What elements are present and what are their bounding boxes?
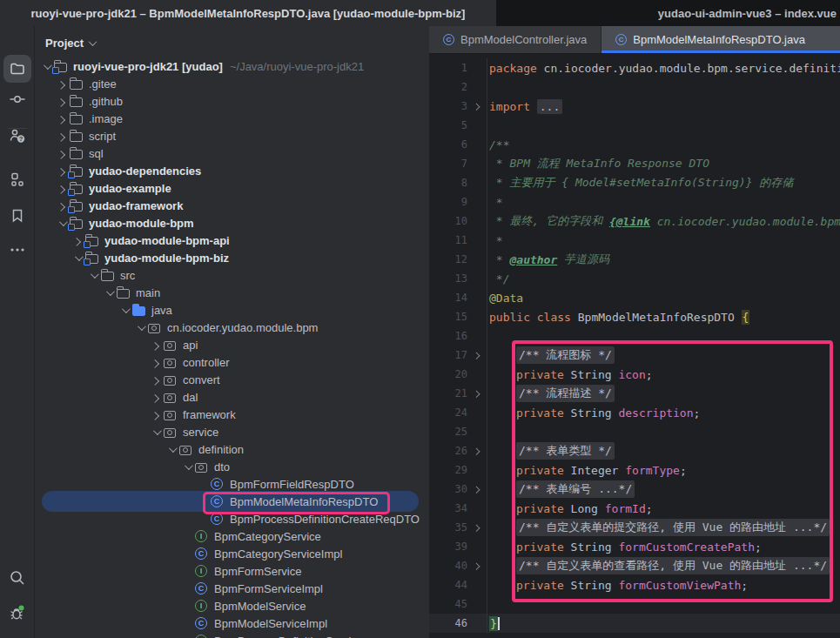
tree-item-service[interactable]: service: [35, 423, 429, 440]
tree-chevron-right-icon[interactable]: [54, 128, 70, 144]
token: *: [489, 234, 503, 247]
tree-item-label: java: [150, 304, 172, 317]
tree-item-java[interactable]: java: [35, 301, 429, 319]
module-folder-icon: [85, 232, 103, 248]
fold-marker[interactable]: [467, 487, 487, 492]
tree-chevron-right-icon[interactable]: [148, 389, 164, 405]
fold-marker[interactable]: [467, 391, 487, 396]
more-tool-windows-icon[interactable]: [7, 239, 28, 260]
tree-item-dal[interactable]: dal: [35, 388, 429, 406]
tree-item-BpmCategoryService[interactable]: IBpmCategoryService: [35, 527, 429, 545]
token: @author: [509, 253, 557, 266]
tree-item-yudao-module-bpm-biz[interactable]: yudao-module-bpm-biz: [35, 249, 429, 266]
tree-item-dto[interactable]: dto: [35, 458, 429, 475]
commit-tool-icon[interactable]: [7, 89, 28, 110]
tab-bpm-model-controller[interactable]: C BpmModelController.java: [429, 26, 601, 53]
tree-item-.image[interactable]: .image: [35, 110, 429, 127]
tree-chevron-right-icon[interactable]: [148, 372, 164, 387]
tree-item-label: .image: [87, 112, 123, 125]
tree-item-BpmFormFieldRespDTO[interactable]: CBpmFormFieldRespDTO: [35, 475, 429, 493]
code-line-2[interactable]: 2: [429, 77, 840, 97]
code-line-12[interactable]: 12 * @author 芋道源码: [429, 250, 840, 269]
tree-item-cn.iocoder.yudao.module.bpm[interactable]: cn.iocoder.yudao.module.bpm: [35, 319, 429, 336]
fold-marker[interactable]: [467, 448, 487, 453]
tree-item-BpmModelServiceImpl[interactable]: CBpmModelServiceImpl: [35, 614, 429, 632]
tree-item-src[interactable]: src: [35, 266, 429, 284]
tree-chevron-right-icon[interactable]: [54, 111, 70, 126]
code-line-15[interactable]: 15public class BpmModelMetaInfoRespDTO {: [429, 307, 840, 326]
line-number: 1: [429, 62, 467, 74]
folder-icon: [9, 60, 26, 77]
code-line-3[interactable]: 3import ...: [429, 97, 840, 116]
tree-item-definition[interactable]: definition: [35, 440, 429, 458]
token: {@link: [609, 215, 650, 228]
tree-chevron-down-icon[interactable]: [164, 441, 179, 457]
project-tool-icon[interactable]: [7, 58, 28, 79]
tree-chevron-right-icon[interactable]: [148, 354, 164, 370]
tree-item-framework[interactable]: framework: [35, 406, 429, 423]
tree-item-label: sql: [87, 147, 104, 160]
tree-item-yudao-dependencies[interactable]: yudao-dependencies: [35, 162, 429, 179]
code-line-13[interactable]: 13 */: [429, 269, 840, 288]
code-line-10[interactable]: 10 * 最终, 它的字段和 {@link cn.iocoder.yudao.m…: [429, 212, 840, 231]
chevron-right-icon: [57, 167, 65, 176]
activity-bar: ?: [0, 26, 35, 638]
tree-chevron-down-icon[interactable]: [85, 267, 101, 283]
tree-chevron-right-icon[interactable]: [54, 93, 70, 109]
chevron-down-icon: [184, 461, 192, 470]
code-line-7[interactable]: 7 * BPM 流程 MetaInfo Response DTO: [429, 154, 840, 173]
tree-chevron-right-icon[interactable]: [54, 76, 70, 91]
structure-tool-icon[interactable]: [7, 169, 28, 190]
code-line-6[interactable]: 6/**: [429, 135, 840, 154]
code-line-1[interactable]: 1package cn.iocoder.yudao.module.bpm.ser…: [429, 58, 840, 77]
tree-item-script[interactable]: script: [35, 127, 429, 144]
tree-item-api[interactable]: api: [35, 336, 429, 353]
tree-item-BpmModelService[interactable]: IBpmModelService: [35, 597, 429, 614]
tree-item-convert[interactable]: convert: [35, 371, 429, 388]
tree-chevron-right-icon[interactable]: [148, 406, 164, 422]
code-line-5[interactable]: 5: [429, 116, 840, 135]
tree-item-BpmFormServiceImpl[interactable]: CBpmFormServiceImpl: [35, 580, 429, 597]
tree-chevron-down-icon[interactable]: [179, 459, 195, 474]
tree-item-label: BpmModelServiceImpl: [212, 617, 327, 630]
search-tool-icon[interactable]: [7, 567, 28, 588]
tree-item-ruoyi-vue-pro-jdk21[interactable]: ruoyi-vue-pro-jdk21 [yudao]~/Java/ruoyi-…: [35, 57, 429, 75]
tree-item-label: dal: [181, 391, 198, 404]
chevron-right-icon: [57, 202, 65, 211]
fold-marker[interactable]: [467, 563, 487, 568]
fold-marker[interactable]: [467, 353, 487, 358]
fold-marker[interactable]: [467, 525, 487, 530]
code-line-11[interactable]: 11 *: [429, 231, 840, 250]
tree-chevron-right-icon[interactable]: [54, 145, 70, 161]
fold-marker[interactable]: [467, 104, 487, 109]
tree-item-.github[interactable]: .github: [35, 92, 429, 110]
code-line-9[interactable]: 9 *: [429, 192, 840, 212]
tree-item-yudao-module-bpm-api[interactable]: yudao-module-bpm-api: [35, 232, 429, 249]
code-line-46[interactable]: 46}: [429, 614, 840, 633]
token: [530, 100, 537, 113]
tree-chevron-down-icon[interactable]: [132, 319, 148, 335]
project-panel-header[interactable]: Project: [45, 33, 96, 52]
tree-chevron-right-icon[interactable]: [148, 337, 164, 353]
tree-item-label: BpmFormFieldRespDTO: [228, 478, 354, 491]
tree-chevron-down-icon[interactable]: [117, 302, 132, 318]
tree-item-BpmCategoryServiceImpl[interactable]: CBpmCategoryServiceImpl: [35, 545, 429, 562]
debug-tool-icon[interactable]: [7, 602, 28, 623]
code-line-8[interactable]: 8 * 主要用于 { Model#setMetaInfo(String)} 的存…: [429, 173, 840, 192]
line-number: 17: [429, 349, 467, 361]
tree-item-yudao-framework[interactable]: yudao-framework: [35, 197, 429, 214]
tree-item-.gitee[interactable]: .gitee: [35, 75, 429, 92]
tab-bpm-model-meta-info-resp-dto[interactable]: C BpmModelMetaInfoRespDTO.java: [601, 26, 840, 53]
tree-item-BpmProcessDefinitionService[interactable]: IBpmProcessDefinitionService: [35, 632, 429, 638]
tree-item-BpmFormService[interactable]: IBpmFormService: [35, 562, 429, 580]
tree-chevron-down-icon[interactable]: [101, 285, 117, 300]
tree-item-yudao-example[interactable]: yudao-example: [35, 179, 429, 197]
tree-item-main[interactable]: main: [35, 284, 429, 301]
bookmarks-tool-icon[interactable]: [7, 205, 28, 226]
tree-item-controller[interactable]: controller: [35, 353, 429, 371]
code-line-14[interactable]: 14@Data: [429, 288, 840, 307]
token: BpmModelMetaInfoRespDTO: [571, 311, 742, 324]
tree-item-sql[interactable]: sql: [35, 144, 429, 162]
tree-item-yudao-module-bpm[interactable]: yudao-module-bpm: [35, 214, 429, 232]
tree-chevron-down-icon[interactable]: [148, 424, 164, 440]
